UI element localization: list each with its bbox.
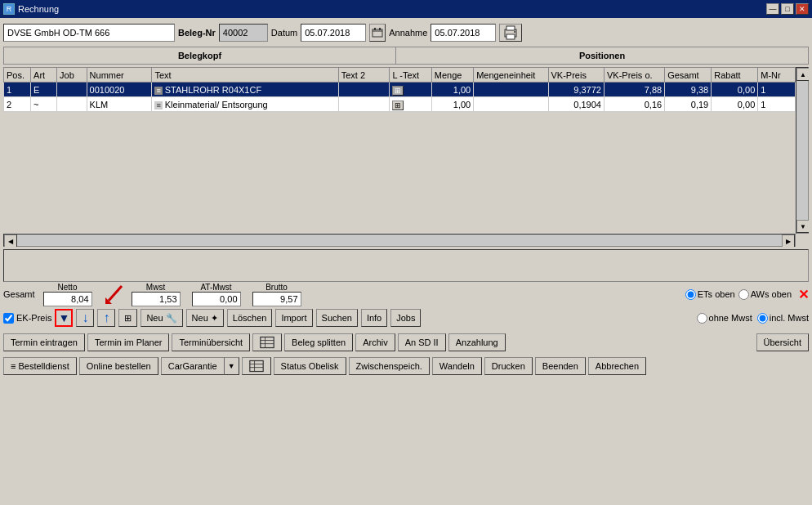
cell-text2 [338, 83, 390, 97]
window-body: DVSE GmbH OD-TM 666 Beleg-Nr 40002 Datum… [0, 18, 812, 505]
neu1-button[interactable]: Neu 🔧 [141, 309, 182, 327]
ekpreis-checkbox[interactable] [3, 313, 14, 324]
wandeln-button[interactable]: Wandeln [432, 357, 482, 375]
zwischenspeich-button[interactable]: Zwischenspeich. [349, 357, 430, 375]
gesamt-row: Gesamt Netto 8,04 Mwst 1,53 AT-Mwst 0,00 [3, 284, 809, 304]
red-arrow-icon [104, 283, 127, 306]
title-bar: R Rechnung — □ ✕ [0, 0, 812, 18]
ets-oben-radio[interactable] [685, 289, 696, 300]
col-vkpreis: VK-Preis [548, 68, 604, 83]
cell-text2 [338, 97, 390, 112]
svg-rect-2 [374, 28, 376, 30]
online-bestellen-button[interactable]: Online bestellen [79, 357, 158, 375]
uebersicht-button[interactable]: Übersicht [756, 333, 809, 351]
bestelldienst-button[interactable]: ≡ Bestelldienst [3, 357, 77, 375]
grey-area [3, 249, 809, 282]
ekpreis-checkbox-label[interactable]: EK-Preis [3, 313, 51, 324]
cell-art: ~ [31, 97, 57, 112]
anzahlung-button[interactable]: Anzahlung [448, 333, 506, 351]
belegkopf-header: Belegkopf [4, 47, 396, 64]
datum-field: 05.07.2018 [301, 24, 366, 42]
svg-rect-14 [249, 360, 262, 371]
svg-point-7 [514, 31, 515, 33]
drucken-button[interactable]: Drucken [484, 357, 533, 375]
col-menge: Menge [431, 68, 473, 83]
close-x-button[interactable]: ✕ [798, 287, 809, 302]
scroll-left-button[interactable]: ◀ [4, 235, 17, 247]
jobs-button[interactable]: Jobs [390, 309, 421, 327]
minimize-button[interactable]: — [766, 3, 779, 15]
brutto-value-field: 9,57 [252, 292, 301, 306]
table-row[interactable]: 2 ~ KLM ≡Kleinmaterial/ Entsorgung ⊞ 1,0… [4, 97, 796, 112]
table-container: Pos. Art Job Nummer Text Text 2 L -Text … [3, 67, 809, 247]
cell-vkpreis: 9,3772 [548, 83, 604, 97]
cell-job [57, 83, 87, 97]
move-up-button[interactable]: ↑ [97, 309, 115, 327]
loeschen-button[interactable]: Löschen [227, 309, 273, 327]
scroll-down-button[interactable]: ▼ [796, 220, 809, 233]
col-mengeneinheit: Mengeneinheit [474, 68, 548, 83]
aws-oben-radio-label[interactable]: AWs oben [738, 289, 792, 300]
annahme-label: Annahme [389, 28, 427, 38]
scroll-right-button[interactable]: ▶ [782, 235, 795, 247]
down-arrow-blue-icon: ↓ [82, 311, 88, 325]
neu1-icon: 🔧 [166, 313, 177, 324]
cell-mnr: 1 [758, 83, 796, 97]
terminuebersicht-button[interactable]: Terminübersicht [172, 333, 250, 351]
status-obelisk-button[interactable]: Status Obelisk [274, 357, 346, 375]
move-down-button[interactable]: ↓ [76, 309, 94, 327]
an-sd-ii-button[interactable]: An SD II [398, 333, 446, 351]
netto-value-field: 8,04 [43, 292, 92, 306]
cargarantie-button[interactable]: CarGarantie [161, 357, 224, 375]
ekpreis-dropdown-button[interactable]: ▼ [55, 309, 73, 327]
svg-rect-10 [261, 337, 274, 347]
beenden-button[interactable]: Beenden [535, 357, 586, 375]
close-button[interactable]: ✕ [796, 3, 809, 15]
ekpreis-row: EK-Preis ▼ ↓ ↑ ⊞ Neu 🔧 Neu ✦ Löschen Imp… [3, 306, 809, 329]
termin-planer-button[interactable]: Termin im Planer [87, 333, 170, 351]
horizontal-scrollbar[interactable]: ◀ ▶ [3, 234, 796, 247]
ohne-mwst-radio[interactable] [697, 313, 707, 324]
abbrechen-button[interactable]: Abbrechen [588, 357, 646, 375]
app-title: Rechnung [18, 4, 59, 14]
grid-icon [260, 335, 274, 350]
incl-mwst-radio[interactable] [757, 313, 768, 324]
cell-ltext: ⊞ [390, 83, 431, 97]
icon-btn-2[interactable] [242, 357, 271, 375]
printer-icon[interactable] [499, 24, 522, 42]
col-ltext: L -Text [390, 68, 431, 83]
scroll-up-button[interactable]: ▲ [796, 68, 809, 81]
icon-btn-1[interactable] [252, 333, 282, 351]
col-nummer: Nummer [87, 68, 152, 83]
incl-mwst-radio-label[interactable]: incl. Mwst [757, 313, 809, 324]
suchen-button[interactable]: Suchen [316, 309, 358, 327]
bottom-bar-2: ≡ Bestelldienst Online bestellen CarGara… [3, 355, 809, 377]
table-row[interactable]: 1 E 0010020 ≡STAHLROHR R04X1CF ⊞ 1,00 [4, 83, 796, 97]
neu2-icon: ✦ [211, 313, 218, 324]
datum-calendar-icon[interactable] [369, 24, 386, 42]
vertical-scrollbar[interactable]: ▲ ▼ [796, 67, 809, 234]
archiv-button[interactable]: Archiv [355, 333, 395, 351]
ohne-mwst-radio-label[interactable]: ohne Mwst [697, 313, 752, 324]
import-button[interactable]: Import [275, 309, 312, 327]
cell-mnr: 1 [758, 97, 796, 112]
cell-text: ≡Kleinmaterial/ Entsorgung [152, 97, 338, 112]
table-scroll-area: Pos. Art Job Nummer Text Text 2 L -Text … [3, 67, 796, 234]
image-button[interactable]: ⊞ [118, 309, 137, 327]
svg-rect-5 [506, 26, 515, 30]
dropdown-arrow-icon: ▼ [58, 311, 69, 324]
beleg-label: Beleg-Nr [178, 28, 216, 38]
svg-rect-3 [379, 28, 381, 30]
aws-oben-radio[interactable] [738, 289, 749, 300]
cell-mengeneinheit [474, 97, 548, 112]
info-button[interactable]: Info [361, 309, 387, 327]
cargarantie-dropdown-button[interactable]: ▼ [224, 357, 239, 375]
termin-eintragen-button[interactable]: Termin eintragen [3, 333, 85, 351]
cell-nummer: KLM [87, 97, 152, 112]
maximize-button[interactable]: □ [781, 3, 794, 15]
ets-oben-radio-label[interactable]: ETs oben [685, 289, 735, 300]
beleg-splitten-button[interactable]: Beleg splitten [284, 333, 353, 351]
cell-gesamt: 0,19 [665, 97, 712, 112]
cell-vkpreis: 0,1904 [548, 97, 604, 112]
neu2-button[interactable]: Neu ✦ [186, 309, 224, 327]
